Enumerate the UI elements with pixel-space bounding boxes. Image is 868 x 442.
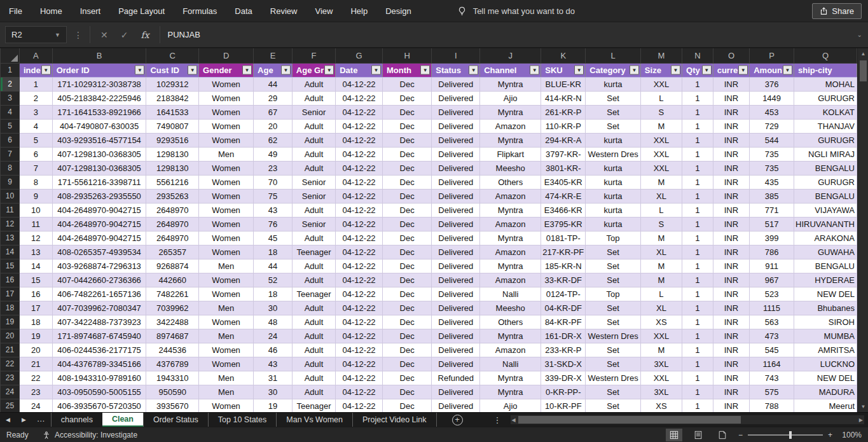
row-header-7[interactable]: 7 <box>1 147 20 161</box>
cell[interactable]: L <box>640 91 682 105</box>
column-header-q[interactable]: Q <box>794 48 857 63</box>
cell[interactable]: Adult <box>292 91 335 105</box>
cell[interactable]: THANJAV <box>794 119 857 133</box>
cell[interactable]: 04-12-22 <box>336 147 383 161</box>
cell[interactable]: Myntra <box>480 133 541 147</box>
cell[interactable]: 04-12-22 <box>336 175 383 189</box>
cell[interactable]: Set <box>586 357 641 371</box>
cell[interactable]: Set <box>586 385 641 399</box>
cell[interactable]: Women <box>199 315 254 329</box>
row-header-2[interactable]: 2 <box>1 77 20 91</box>
cell[interactable]: 1 <box>682 315 713 329</box>
cell[interactable]: 5 <box>19 133 52 147</box>
select-all-button[interactable] <box>1 48 20 63</box>
cell[interactable]: Western Dres <box>586 371 641 385</box>
cell[interactable]: Adult <box>292 329 335 343</box>
cell[interactable]: 1 <box>682 105 713 119</box>
cell[interactable]: 44 <box>254 77 293 91</box>
cell[interactable]: Meesho <box>480 161 541 175</box>
cell[interactable]: GURUGR <box>794 91 857 105</box>
cell[interactable]: Refunded <box>432 371 480 385</box>
cell[interactable]: 171-1029312-3038738 <box>52 77 146 91</box>
cell[interactable]: HIRUVANANTH <box>794 217 857 231</box>
cell[interactable]: 14 <box>19 259 52 273</box>
cell[interactable]: 04-12-22 <box>336 329 383 343</box>
filter-button-cust-id[interactable]: ▼ <box>188 66 197 75</box>
row-header-21[interactable]: 21 <box>1 343 20 357</box>
column-header-i[interactable]: I <box>432 48 480 63</box>
cell[interactable]: 67 <box>254 105 293 119</box>
cell[interactable]: S <box>640 105 682 119</box>
cell[interactable]: 407-7039962-7080347 <box>52 301 146 315</box>
cell[interactable]: Delivered <box>432 357 480 371</box>
cell[interactable]: 21 <box>19 357 52 371</box>
cell[interactable]: 1 <box>682 189 713 203</box>
cell[interactable]: 408-0265357-4939534 <box>52 245 146 259</box>
cell[interactable]: 13 <box>19 245 52 259</box>
cell[interactable]: 9268874 <box>146 259 199 273</box>
cell[interactable]: 453 <box>750 105 794 119</box>
cell[interactable]: Dec <box>382 203 431 217</box>
cell[interactable]: INR <box>713 105 750 119</box>
cell[interactable]: 3801-KR- <box>541 161 586 175</box>
row-header-1[interactable]: 1 <box>1 63 20 77</box>
cell[interactable]: XL <box>640 301 682 315</box>
cell[interactable]: Ajio <box>480 91 541 105</box>
cell[interactable]: INR <box>713 217 750 231</box>
cell[interactable]: M <box>640 231 682 245</box>
cell[interactable]: 217-KR-PF <box>541 245 586 259</box>
filter-button-order-id[interactable]: ▼ <box>135 66 144 75</box>
row-header-24[interactable]: 24 <box>1 385 20 399</box>
cell[interactable]: Dec <box>382 77 431 91</box>
column-header-f[interactable]: F <box>292 48 335 63</box>
cell[interactable]: 1298130 <box>146 161 199 175</box>
cell[interactable]: NGLI MIRAJ <box>794 147 857 161</box>
cell[interactable]: 399 <box>750 231 794 245</box>
cell[interactable]: Dec <box>382 329 431 343</box>
cell[interactable]: 52 <box>254 273 293 287</box>
cell[interactable]: BENGALU <box>794 189 857 203</box>
row-header-25[interactable]: 25 <box>1 399 20 412</box>
cell[interactable]: Set <box>586 301 641 315</box>
cell[interactable]: 1164 <box>750 357 794 371</box>
cell[interactable]: Women <box>199 189 254 203</box>
cell[interactable]: Dec <box>382 259 431 273</box>
cell[interactable]: 04-12-22 <box>336 77 383 91</box>
row-header-10[interactable]: 10 <box>1 189 20 203</box>
cell[interactable]: 404-7490807-630035 <box>52 119 146 133</box>
cell[interactable]: 294-KR-A <box>541 133 586 147</box>
cell[interactable]: 49 <box>254 147 293 161</box>
cell[interactable]: E3795-KR <box>541 217 586 231</box>
cell[interactable]: Women <box>199 161 254 175</box>
cell[interactable]: Myntra <box>480 259 541 273</box>
cell[interactable]: INR <box>713 91 750 105</box>
cell[interactable]: 406-7482261-1657136 <box>52 287 146 301</box>
cell[interactable]: 48 <box>254 315 293 329</box>
cell[interactable]: INR <box>713 371 750 385</box>
cell[interactable]: 474-KR-E <box>541 189 586 203</box>
name-box[interactable]: R2 ▼ <box>5 26 67 43</box>
cell[interactable]: 1 <box>682 343 713 357</box>
cell[interactable]: Dec <box>382 105 431 119</box>
cell[interactable]: Nalli <box>480 287 541 301</box>
cell[interactable]: Meerut <box>794 399 857 412</box>
cell[interactable]: 2183842 <box>146 91 199 105</box>
cell[interactable]: INR <box>713 329 750 343</box>
cell[interactable]: 04-12-22 <box>336 119 383 133</box>
ribbon-tab-insert[interactable]: Insert <box>71 0 110 22</box>
cell[interactable]: 04-12-22 <box>336 203 383 217</box>
cell[interactable]: 04-12-22 <box>336 259 383 273</box>
cell[interactable]: Amazon <box>480 217 541 231</box>
cell[interactable]: 4376789 <box>146 357 199 371</box>
cell[interactable]: 04-12-22 <box>336 399 383 412</box>
cell[interactable]: 171-5561216-3398711 <box>52 175 146 189</box>
scroll-up-icon[interactable]: ▲ <box>858 51 868 57</box>
cell[interactable]: AMRITSA <box>794 343 857 357</box>
cell[interactable]: 2935263 <box>146 189 199 203</box>
cell[interactable]: 385 <box>750 189 794 203</box>
row-header-5[interactable]: 5 <box>1 119 20 133</box>
cell[interactable]: 1 <box>682 357 713 371</box>
cell[interactable]: 3XL <box>640 357 682 371</box>
cell[interactable]: Myntra <box>480 105 541 119</box>
cell[interactable]: Teenager <box>292 399 335 412</box>
